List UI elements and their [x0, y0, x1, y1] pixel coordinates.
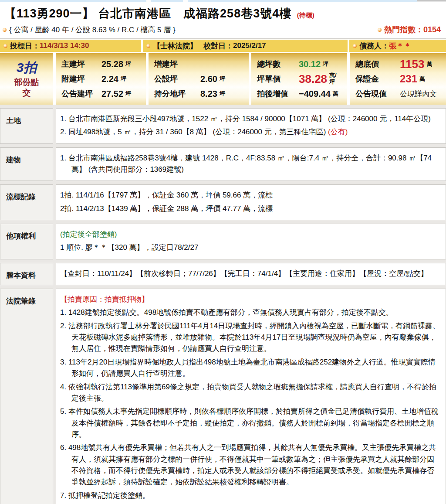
- text-segment: 【拍賣原因：拍賣抵押物】: [60, 295, 149, 303]
- unit: 坪: [121, 75, 126, 83]
- text-segment: 抵押權登記拍定後塗銷。: [68, 491, 150, 500]
- unit: 萬: [426, 60, 432, 68]
- text-segment: 法務部行政執行署士林分署於民國111年4月14日現場查封時，經開鎖入內檢視為空屋…: [68, 322, 440, 353]
- announced-area-label: 公告建坪: [61, 89, 101, 99]
- debtor-section: 債務人： 張＊＊: [349, 40, 446, 52]
- text-segment: 台北市南港區新光段三小段497地號，1522 ㎡，持分 1584 / 90000…: [68, 115, 431, 123]
- property-summary-line: { 公寓 / 屋齡 40 年 / 公設 8.63 % / R.C / 樓高 5 …: [3, 25, 176, 35]
- property-table: 土地1. 台北市南港區新光段三小段497地號，1522 ㎡，持分 1584 / …: [0, 108, 446, 504]
- tab-notch: [183, 0, 188, 2]
- panel-row: 總坪數 30.12 坪: [251, 57, 347, 72]
- text-segment: 依強制執行法第113條準用第69條之規定，拍賣物買受人就物之瑕疵無擔保請求權，請…: [68, 383, 436, 402]
- row-label: 他項權利: [0, 224, 53, 259]
- total-area-label: 總坪數: [257, 59, 299, 69]
- item-number: 1.: [60, 308, 68, 317]
- unit: 萬: [333, 90, 338, 98]
- public-area-label: 公設坪: [154, 74, 200, 84]
- floor-price-label: 總底價: [355, 59, 400, 69]
- row-content: 【查封日：110/11/24】【前次移轉日；77/7/26】【完工日：74/1/…: [56, 263, 446, 285]
- row-line: 1. 1428建號拍定後點交。498地號係拍賣不動產應有部分，查無債務人現實占有…: [60, 307, 440, 318]
- bid-date-section: 投標日： 114/3/13 14:30: [0, 40, 141, 52]
- row-line: (拍定後全部塗銷): [60, 229, 440, 240]
- header-area: 【113勇290一】 台北市南港區 成福路258巷3號4樓 (待標) { 公寓 …: [0, 2, 446, 105]
- item-number: 1.: [60, 115, 68, 123]
- item-number: 6.: [60, 443, 68, 452]
- row-line: 1. 台北市南港區新光段三小段497地號，1522 ㎡，持分 1584 / 90…: [60, 113, 440, 125]
- text-segment: (拍定後全部塗銷): [60, 230, 117, 238]
- unit: 萬: [419, 75, 425, 83]
- row-line: 6. 498地號共有人有優先承買權；但若共有人之一到場應買拍得，其餘共有人無優先…: [60, 442, 440, 488]
- title-line: 【113勇290一】 台北市南港區 成福路258巷3號4樓 (待標): [0, 4, 446, 22]
- post-auction-gain-label: 拍後增值: [257, 89, 299, 99]
- debtor-label: 債務人：: [359, 41, 389, 51]
- unit: 坪: [220, 90, 225, 98]
- item-number: 7.: [60, 491, 68, 500]
- item-number: 2.: [60, 128, 68, 136]
- info-bar: 投標日： 114/3/13 14:30 【士林法院】 校對日： 2025/2/1…: [0, 40, 446, 52]
- table-row: 謄本資料【查封日：110/11/24】【前次移轉日；77/7/26】【完工日：7…: [0, 263, 446, 285]
- addition-area-label: 增建坪: [154, 59, 200, 69]
- text-segment: 【查封日：110/11/24】【前次移轉日；77/7/26】【完工日：74/1/…: [60, 269, 428, 278]
- orange-bullet-icon: [378, 28, 382, 32]
- item-number: 1.: [60, 154, 68, 162]
- row-line: 2拍. 114/2/13【1439 萬】，保証金 288 萬，坪價 47.77 …: [60, 203, 440, 215]
- row-line: 5. 本件如債務人未事先指定開標順序時，則依各標順序依序開標，於拍賣所得之價金已…: [60, 406, 440, 440]
- item-number: 4.: [60, 383, 68, 391]
- row-line: 【查封日：110/11/24】【前次移轉日；77/7/26】【完工日：74/1/…: [60, 268, 440, 279]
- table-row: 法院筆錄【拍賣原因：拍賣抵押物】1. 1428建號拍定後點交。498地號係拍賣不…: [0, 289, 446, 504]
- auction-round-cell: 3拍 部份點交: [0, 53, 53, 105]
- row-content: 1. 台北市南港區新光段三小段497地號，1522 ㎡，持分 1584 / 90…: [56, 108, 446, 144]
- public-area-value: 2.60: [200, 74, 217, 84]
- panel-row: 拍後增值 −409.44 萬: [251, 86, 347, 101]
- row-content: 1拍. 114/1/16【1797 萬】，保証金 360 萬，坪價 59.66 …: [56, 184, 446, 220]
- table-row: 他項權利(拍定後全部塗銷)1 順位. 廖＊＊【320 萬】，設定日78/2/27: [0, 224, 446, 259]
- row-line: 2. 法務部行政執行署士林分署於民國111年4月14日現場查封時，經開鎖入內檢視…: [60, 320, 440, 355]
- text-segment: 台北市南港區成福路258巷3號4樓，建號 1428，R.C，4F:83.58 ㎡…: [68, 154, 432, 174]
- announced-value-label: 公告現值: [355, 89, 400, 99]
- panel-row: 公告建坪 27.52 坪: [56, 86, 146, 101]
- row-content: 【拍賣原因：拍賣抵押物】1. 1428建號拍定後點交。498地號係拍賣不動產應有…: [56, 289, 446, 504]
- main-area-value: 25.28: [101, 59, 123, 69]
- row-line: 【拍賣原因：拍賣抵押物】: [60, 294, 440, 305]
- unit: 萬/坪: [329, 72, 341, 85]
- summary-panel: 3拍 部份點交 主建坪 25.28 坪 附建坪 2.24 坪 公告建坪 27.5…: [0, 53, 446, 105]
- hot-index-value: 0154: [423, 25, 441, 34]
- divider: [0, 38, 446, 39]
- floor-price-value: 1153: [400, 58, 424, 71]
- hot-index: 熱門指數： 0154: [378, 24, 441, 35]
- scrollbar[interactable]: [417, 0, 446, 2]
- auction-round: 3拍: [0, 60, 53, 75]
- total-area-value: 30.12: [299, 59, 321, 69]
- unit-price-value: 38.28: [299, 72, 327, 86]
- court-section: 【士林法院】 校對日： 2025/2/17: [143, 40, 348, 52]
- main-area-label: 主建坪: [61, 59, 101, 69]
- check-date-value: 2025/2/17: [233, 41, 266, 50]
- price-column: 總底價 1153 萬 保證金 231 萬 公告現值 公現詳內文: [350, 53, 446, 105]
- row-content: (拍定後全部塗銷)1 順位. 廖＊＊【320 萬】，設定日78/2/27: [56, 224, 446, 259]
- row-line: 1 順位. 廖＊＊【320 萬】，設定日78/2/27: [60, 242, 440, 253]
- row-line: 1拍. 114/1/16【1797 萬】，保証金 360 萬，坪價 59.66 …: [60, 190, 440, 201]
- hot-index-label: 熱門指數：: [384, 24, 423, 35]
- unit: 坪: [220, 75, 225, 83]
- attached-area-value: 2.24: [101, 74, 118, 84]
- unit-price-label: 坪單價: [257, 74, 299, 84]
- orange-bullet-icon: [353, 44, 357, 48]
- announced-area-value: 27.52: [101, 89, 123, 99]
- row-line: 4. 依強制執行法第113條準用第69條之規定，拍賣物買受人就物之瑕疵無擔保請求…: [60, 381, 440, 405]
- item-number: 5.: [60, 407, 68, 415]
- deposit-value: 231: [400, 73, 417, 85]
- tab-notch: [146, 0, 151, 2]
- text-segment: (公有): [326, 128, 348, 136]
- browser-strip: [0, 0, 446, 2]
- orange-bullet-icon: [146, 44, 150, 48]
- announced-value-value: 公現詳內文: [400, 89, 437, 99]
- panel-row: 公設坪 2.60 坪: [149, 72, 249, 86]
- bid-date-value: 114/3/13 14:30: [40, 41, 89, 50]
- property-summary: { 公寓 / 屋齡 40 年 / 公設 8.63 % / R.C / 樓高 5 …: [9, 25, 176, 35]
- deposit-label: 保證金: [355, 74, 400, 84]
- table-row: 建物1. 台北市南港區成福路258巷3號4樓，建號 1428，R.C，4F:83…: [0, 147, 446, 181]
- row-content: 1. 台北市南港區成福路258巷3號4樓，建號 1428，R.C，4F:83.5…: [56, 147, 446, 181]
- text-segment: 113年2月20日現場指界時倔地政人員指出498地號土地為臺北市南港區成福路25…: [68, 358, 436, 378]
- unit: 坪: [323, 60, 328, 68]
- subheader: { 公寓 / 屋齡 40 年 / 公設 8.63 % / R.C / 樓高 5 …: [0, 22, 446, 38]
